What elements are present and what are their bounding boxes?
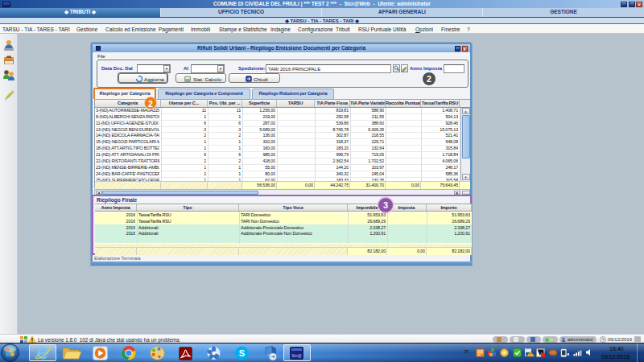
svg-text:Sicr@: Sicr@ bbox=[291, 354, 302, 358]
svg-text:S: S bbox=[239, 348, 245, 358]
